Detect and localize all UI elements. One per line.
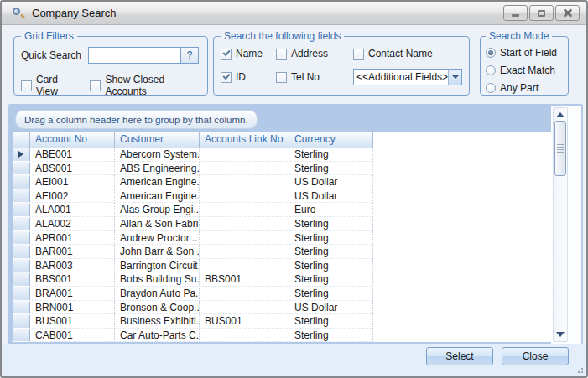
grid-cell[interactable]: Sterling [289,287,373,301]
scrollbar-thumb[interactable] [554,121,566,176]
close-dialog-button[interactable]: Close [502,347,569,365]
checkbox-tel-no[interactable]: Tel No [276,71,353,83]
column-header-customer[interactable]: Customer [115,132,200,148]
grid-cell[interactable] [200,162,289,176]
grid-cell[interactable]: BUS001 [30,314,115,329]
checkbox-contact-name[interactable]: Contact Name [353,48,462,60]
grid-cell[interactable]: US Dollar [289,189,373,204]
checkbox-name[interactable]: Name [221,48,276,60]
quick-search-input[interactable] [88,47,180,64]
row-selector[interactable] [13,231,30,246]
row-selector[interactable] [13,259,30,273]
checkbox-show-closed-accounts[interactable]: Show Closed Accounts [90,74,200,97]
grid-cell[interactable]: US Dollar [289,175,373,189]
grid-cell[interactable] [200,148,289,162]
grid-cell[interactable]: Sterling [289,231,373,246]
radio-exact-match[interactable]: Exact Match [486,65,561,76]
grid-cell[interactable]: US Dollar [289,301,373,315]
row-selector[interactable] [13,148,30,162]
scroll-down-button[interactable] [554,329,567,339]
vertical-scrollbar[interactable] [553,107,568,342]
grid-cell[interactable]: Barrington Circuit... [115,259,200,273]
maximize-button[interactable] [529,5,554,21]
grid-cell[interactable]: Sterling [289,245,373,259]
grid-cell[interactable]: John Barr & Son ... [115,245,200,259]
grid-cell[interactable]: Allan & Son Fabri... [115,217,200,231]
grid-cell[interactable]: Sterling [289,162,373,176]
table-row[interactable]: BRA001Braydon Auto Pa...Sterling [13,287,551,301]
row-selector[interactable] [13,272,30,287]
grid-cell[interactable]: BAR003 [30,259,115,273]
minimize-button[interactable] [503,5,528,21]
group-by-bar[interactable]: Drag a column header here to group by th… [10,106,549,132]
grid-cell[interactable]: Car Auto-Parts C... [115,329,200,342]
column-header-accounts-link-no[interactable]: Accounts Link No [200,132,289,148]
radio-any-part[interactable]: Any Part [486,82,561,94]
column-header-currency[interactable]: Currency [289,132,373,148]
grid-cell[interactable]: BRA001 [30,287,115,301]
checkbox-card-view[interactable]: Card View [21,74,78,97]
row-selector[interactable] [13,189,30,204]
grid-cell[interactable]: American Engine... [115,175,200,189]
row-selector[interactable] [13,217,30,231]
chevron-down-icon[interactable] [448,70,461,85]
grid-cell[interactable]: ALA001 [30,203,115,217]
grid-cell[interactable]: CAB001 [30,329,115,342]
grid-cell[interactable]: Sterling [289,148,373,162]
grid-cell[interactable]: Sterling [289,314,373,329]
grid-cell[interactable]: BUS001 [200,314,289,329]
grid-cell[interactable] [200,287,289,301]
row-selector[interactable] [13,203,30,217]
additional-fields-dropdown[interactable]: <<Additional Fields>> [353,69,462,85]
resize-grip[interactable] [575,365,584,374]
grid-cell[interactable] [200,175,289,189]
table-row[interactable]: BAR001John Barr & Son ...Sterling [13,245,551,259]
grid-cell[interactable]: Sterling [289,329,373,342]
row-selector[interactable] [13,245,30,259]
table-row[interactable]: ABE001Abercorn System...Sterling [13,148,551,162]
checkbox-id[interactable]: ID [221,71,276,83]
grid-cell[interactable]: Bobs Building Su... [115,272,200,287]
table-row[interactable]: ALA001Alas Group Engi...Euro [13,203,551,217]
grid-cell[interactable]: BAR001 [30,245,115,259]
row-selector[interactable] [13,314,30,329]
table-row[interactable]: BBS001Bobs Building Su...BBS001Sterling [13,272,551,287]
grid-cell[interactable]: Sterling [289,259,373,273]
select-button[interactable]: Select [426,347,493,365]
grid-cell[interactable] [200,329,289,342]
scroll-up-button[interactable] [554,110,567,120]
table-row[interactable]: ALA002Allan & Son Fabri...Sterling [13,217,551,231]
grid-cell[interactable]: BBS001 [30,272,115,287]
grid-cell[interactable]: Business Exhibiti... [115,314,200,329]
grid-cell[interactable]: AEI001 [30,175,115,189]
grid-cell[interactable]: ALA002 [30,217,115,231]
grid-cell[interactable] [200,217,289,231]
row-selector[interactable] [13,175,30,189]
grid-cell[interactable] [200,245,289,259]
close-button[interactable] [555,5,580,21]
checkbox-address[interactable]: Address [276,48,353,60]
grid-cell[interactable]: Euro [289,203,373,217]
grid-cell[interactable]: Braydon Auto Pa... [115,287,200,301]
grid-cell[interactable]: APR001 [30,231,115,246]
row-selector[interactable] [13,329,30,342]
grid-cell[interactable]: Sterling [289,272,373,287]
grid-cell[interactable]: American Engine... [115,189,200,204]
grid-cell[interactable]: AEI002 [30,189,115,204]
grid-cell[interactable] [200,203,289,217]
grid-cell[interactable]: Abercorn System... [115,148,200,162]
table-row[interactable]: CAB001Car Auto-Parts C...Sterling [13,329,551,342]
grid-cell[interactable]: BRN001 [30,301,115,315]
table-row[interactable]: BAR003Barrington Circuit...Sterling [13,259,551,273]
grid-cell[interactable]: Sterling [289,217,373,231]
table-row[interactable]: AEI002American Engine...US Dollar [13,189,551,204]
row-selector[interactable] [13,162,30,176]
table-row[interactable]: APR001Andrew Proctor ...Sterling [13,231,551,246]
row-selector[interactable] [13,301,30,315]
grid-cell[interactable] [200,231,289,246]
table-row[interactable]: AEI001American Engine...US Dollar [13,175,551,189]
table-row[interactable]: BUS001Business Exhibiti...BUS001Sterling [13,314,551,329]
grid-cell[interactable]: ABE001 [30,148,115,162]
grid-cell[interactable]: ABS001 [30,162,115,176]
grid-cell[interactable]: Bronson & Coop... [115,301,200,315]
